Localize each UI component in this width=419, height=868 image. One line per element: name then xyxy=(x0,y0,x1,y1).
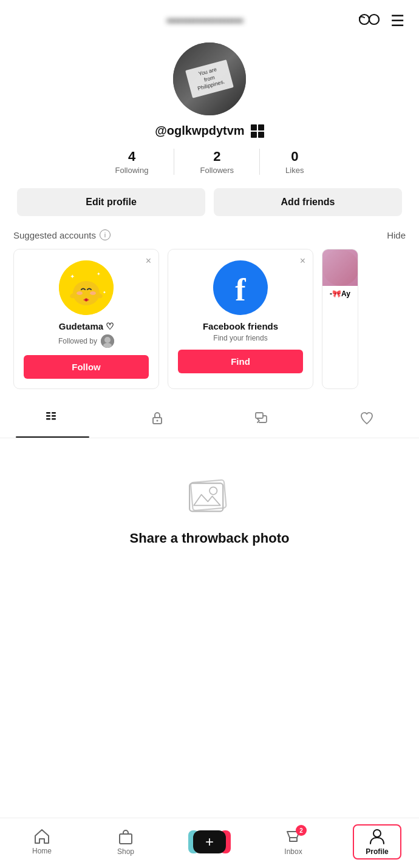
close-gudetama-button[interactable]: × xyxy=(146,256,151,266)
svg-point-0 xyxy=(359,15,369,24)
profile-label: Profile xyxy=(366,847,388,856)
svg-rect-22 xyxy=(52,415,56,417)
facebook-sub: Find your friends xyxy=(213,334,267,342)
suggested-title: Suggested accounts i xyxy=(13,229,111,240)
shop-icon xyxy=(117,828,134,845)
tab-lock[interactable] xyxy=(105,402,210,438)
svg-rect-28 xyxy=(189,483,223,511)
svg-rect-27 xyxy=(191,480,227,510)
shop-label: Shop xyxy=(117,847,134,856)
avatar-note: You are from Philippines. xyxy=(185,59,234,98)
home-label: Home xyxy=(32,847,52,855)
tab-liked[interactable] xyxy=(315,402,420,438)
svg-point-25 xyxy=(156,420,158,422)
svg-point-17 xyxy=(322,249,358,286)
bottom-nav: Home Shop + 2 Inbox xyxy=(0,818,419,868)
grid-icon xyxy=(45,411,60,429)
repost-icon xyxy=(254,411,269,429)
edit-profile-button[interactable]: Edit profile xyxy=(17,188,205,216)
svg-point-31 xyxy=(373,830,381,837)
svg-rect-30 xyxy=(120,834,132,844)
svg-text:✦: ✦ xyxy=(97,271,101,277)
suggest-card-facebook: × f Facebook friends Find your friends F… xyxy=(168,249,313,389)
hide-button[interactable]: Hide xyxy=(387,230,406,240)
svg-rect-23 xyxy=(52,418,56,420)
partial-name: -🎀Ay xyxy=(330,290,350,298)
profile-section: You are from Philippines. @oglkwpdytvm 4… xyxy=(0,36,419,216)
inbox-badge: 2 xyxy=(296,825,307,836)
svg-text:✦: ✦ xyxy=(70,273,75,280)
gudetama-avatar: ✦ ✦ ✦ xyxy=(59,260,114,315)
content-tabs xyxy=(0,402,419,438)
nav-create[interactable]: + xyxy=(185,830,234,853)
heart-icon xyxy=(359,411,374,429)
svg-rect-19 xyxy=(46,415,50,417)
suggest-card-gudetama: × ✦ ✦ ✦ xyxy=(13,249,159,389)
svg-rect-21 xyxy=(52,412,56,414)
svg-point-8 xyxy=(77,291,83,295)
svg-point-16 xyxy=(103,343,112,348)
profile-icon-wrap xyxy=(369,828,385,845)
svg-point-11 xyxy=(85,299,87,301)
inbox-label: Inbox xyxy=(284,847,302,856)
tab-grid[interactable] xyxy=(0,402,105,438)
facebook-name: Facebook friends xyxy=(203,321,278,331)
avatar[interactable]: You are from Philippines. xyxy=(173,42,246,115)
svg-rect-20 xyxy=(46,418,50,420)
suggested-header: Suggested accounts i Hide xyxy=(0,216,419,249)
svg-point-29 xyxy=(210,487,217,494)
follower-avatar xyxy=(101,334,114,348)
lock-icon xyxy=(150,411,165,429)
suggested-scroll: × ✦ ✦ ✦ xyxy=(0,249,419,398)
partial-avatar xyxy=(322,249,358,286)
stat-likes[interactable]: 0 Likes xyxy=(259,149,329,175)
facebook-avatar: f xyxy=(213,260,268,315)
home-icon-wrap xyxy=(33,829,50,844)
nav-inbox[interactable]: 2 Inbox xyxy=(269,828,318,856)
shop-icon-wrap xyxy=(117,828,134,845)
follow-gudetama-button[interactable]: Follow xyxy=(24,355,149,379)
glasses-icon[interactable] xyxy=(359,11,380,30)
stat-following[interactable]: 4 Following xyxy=(90,149,174,175)
username-row: @oglkwpdytvm xyxy=(155,124,264,138)
photo-icon xyxy=(185,475,234,517)
create-button[interactable]: + xyxy=(193,830,226,853)
nav-home[interactable]: Home xyxy=(18,829,66,855)
empty-title: Share a throwback photo xyxy=(130,531,290,546)
svg-rect-18 xyxy=(46,412,50,414)
svg-point-9 xyxy=(90,291,96,295)
find-facebook-button[interactable]: Find xyxy=(178,350,303,373)
add-friends-button[interactable]: Add friends xyxy=(214,188,402,216)
svg-text:✦: ✦ xyxy=(103,290,106,294)
nav-profile[interactable]: Profile xyxy=(353,824,401,860)
nav-shop[interactable]: Shop xyxy=(101,828,150,856)
menu-icon[interactable]: ☰ xyxy=(390,12,404,30)
qr-icon[interactable] xyxy=(251,124,264,138)
gudetama-name: Gudetama ♡ xyxy=(59,321,114,332)
header-username: •••••••••••••••••••• xyxy=(51,15,359,27)
svg-point-15 xyxy=(104,337,111,343)
header-icons: ☰ xyxy=(359,11,404,30)
info-icon[interactable]: i xyxy=(100,229,111,240)
header: •••••••••••••••••••• ☰ xyxy=(0,0,419,36)
stat-followers[interactable]: 2 Followers xyxy=(174,149,259,175)
home-icon xyxy=(33,829,50,844)
svg-point-1 xyxy=(369,15,379,24)
svg-rect-26 xyxy=(256,413,263,418)
inbox-icon-wrap: 2 xyxy=(285,828,302,845)
profile-icon xyxy=(369,828,385,845)
stats-row: 4 Following 2 Followers 0 Likes xyxy=(90,149,330,175)
suggest-card-partial: -🎀Ay xyxy=(322,249,358,389)
gudetama-followed: Followed by xyxy=(58,334,114,348)
action-buttons: Edit profile Add friends xyxy=(0,188,419,216)
tab-repost[interactable] xyxy=(210,402,315,438)
empty-content: Share a throwback photo xyxy=(0,438,419,565)
username-text: @oglkwpdytvm xyxy=(155,124,244,138)
close-facebook-button[interactable]: × xyxy=(300,256,305,266)
